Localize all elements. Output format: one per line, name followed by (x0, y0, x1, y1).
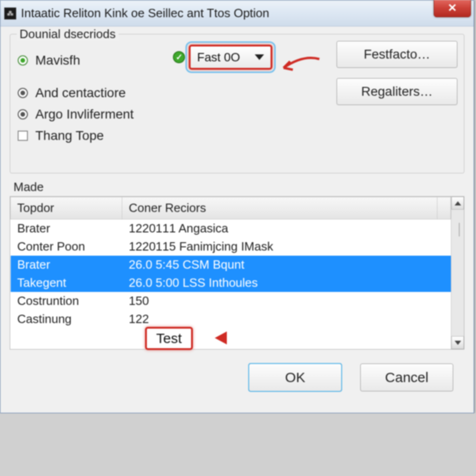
scroll-down-button[interactable] (451, 336, 464, 349)
cell: Brater (11, 219, 122, 238)
table-row[interactable]: Castinung122 (11, 310, 451, 328)
cell: 122 (122, 310, 437, 328)
groupbox-legend: Dounial dsecriods (17, 27, 119, 41)
cell-spacer (437, 238, 451, 256)
column-header[interactable]: Topdor (11, 197, 122, 219)
column-header-spacer (437, 197, 451, 219)
table-row[interactable]: Brater1220111 Angasica (11, 219, 451, 238)
cancel-button[interactable]: Cancel (360, 364, 453, 391)
annotation-arrow-icon (280, 57, 322, 75)
table-frame: Topdor Coner Reciors Brater1220111 Angas… (10, 196, 464, 350)
table-row[interactable]: Takegent26.0 5:00 LSS Inthoules (11, 274, 451, 292)
dialog-window: ⁂ Intaatic Reliton Kink oe Seillec ant T… (0, 0, 474, 413)
option-label: Thang Tope (35, 128, 104, 143)
table-row[interactable]: Conter Poon1220115 Fanimjcing IMask (11, 238, 451, 256)
cell: Castinung (11, 310, 122, 328)
radio-icon[interactable] (18, 55, 28, 66)
table-row[interactable]: Brater26.0 5:45 CSM Bqunt (11, 256, 451, 274)
option-row[interactable]: Argo Invliferment (18, 107, 456, 122)
vertical-scrollbar[interactable] (451, 197, 464, 349)
cell: 150 (122, 292, 437, 310)
radio-icon[interactable] (18, 109, 28, 119)
titlebar[interactable]: ⁂ Intaatic Reliton Kink oe Seillec ant T… (0, 0, 474, 26)
dropdown-value: Fast 0O (197, 50, 240, 65)
test-annotation: Test (145, 327, 193, 350)
option-label: Argo Invliferment (35, 107, 134, 122)
checkmark-icon: ✓ (173, 51, 185, 63)
options-groupbox: Dounial dsecriods Mavisfh And centactior… (10, 34, 464, 173)
client-area: Dounial dsecriods Mavisfh And centactior… (0, 26, 474, 413)
data-table[interactable]: Topdor Coner Reciors Brater1220111 Angas… (10, 197, 451, 328)
chevron-down-icon (255, 54, 264, 60)
triangle-down-icon (455, 341, 461, 345)
fast-dropdown[interactable]: Fast 0O (189, 45, 272, 70)
window-title: Intaatic Reliton Kink oe Seillec ant Tto… (21, 6, 269, 20)
scroll-up-button[interactable] (451, 197, 464, 210)
cell: 26.0 5:00 LSS Inthoules (122, 274, 437, 292)
cell: Conter Poon (11, 238, 122, 256)
cell-spacer (437, 256, 451, 274)
checkbox-icon[interactable] (18, 131, 28, 141)
festfacto-button[interactable]: Festfacto… (337, 41, 457, 68)
close-button[interactable]: ✕ (434, 0, 471, 17)
regaliters-button[interactable]: Regaliters… (337, 78, 457, 105)
triangle-up-icon (455, 201, 461, 205)
scroll-thumb[interactable] (459, 223, 460, 237)
dialog-footer: OK Cancel (10, 350, 464, 403)
close-icon: ✕ (448, 1, 457, 14)
cell: 26.0 5:45 CSM Bqunt (122, 256, 437, 274)
cell: Takegent (11, 274, 122, 292)
option-row[interactable]: Thang Tope (18, 128, 456, 143)
table-legend: Made (13, 180, 464, 194)
cell-spacer (437, 274, 451, 292)
option-label: Mavisfh (35, 53, 80, 68)
cell-spacer (437, 292, 451, 310)
option-label: And centactiore (35, 86, 126, 100)
cell: 1220111 Angasica (122, 219, 437, 238)
table-row[interactable]: Costruntion150 (11, 292, 451, 310)
ok-button[interactable]: OK (249, 364, 342, 391)
app-icon: ⁂ (4, 7, 16, 20)
cell: Brater (11, 256, 122, 274)
radio-icon[interactable] (18, 88, 28, 98)
dropdown-area: ✓ Fast 0O (173, 45, 272, 70)
cell: Costruntion (11, 292, 122, 310)
cell-spacer (437, 310, 451, 328)
table-body: Topdor Coner Reciors Brater1220111 Angas… (10, 197, 451, 349)
cell-spacer (437, 219, 451, 238)
annotation-triangle-icon (215, 331, 227, 344)
right-button-column: Festfacto… Regaliters… (337, 41, 457, 105)
column-header[interactable]: Coner Reciors (122, 197, 437, 219)
cell: 1220115 Fanimjcing IMask (122, 238, 437, 256)
